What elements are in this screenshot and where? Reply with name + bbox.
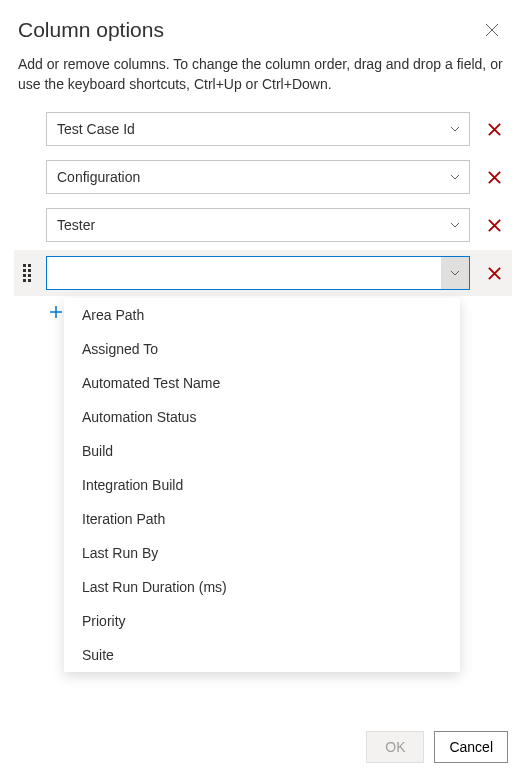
column-row: Tester	[18, 208, 508, 242]
dropdown-toggle[interactable]	[441, 209, 469, 241]
remove-column-button[interactable]	[480, 115, 508, 143]
column-select[interactable]: Tester	[46, 208, 470, 242]
dropdown-option[interactable]: Area Path	[64, 298, 460, 332]
dropdown-option[interactable]: Suite	[64, 638, 460, 672]
close-icon	[484, 22, 500, 38]
dropdown-option[interactable]: Assigned To	[64, 332, 460, 366]
remove-icon	[487, 122, 502, 137]
column-row: Configuration	[18, 160, 508, 194]
dialog-title: Column options	[18, 18, 164, 42]
column-value: Configuration	[57, 169, 441, 185]
remove-column-button[interactable]	[480, 163, 508, 191]
column-row-active	[14, 250, 512, 296]
dropdown-option[interactable]: Automated Test Name	[64, 366, 460, 400]
remove-icon	[487, 266, 502, 281]
dialog-footer: OK Cancel	[18, 715, 508, 779]
cancel-button[interactable]: Cancel	[434, 731, 508, 763]
column-search-input[interactable]	[57, 265, 441, 281]
dropdown-option[interactable]: Last Run By	[64, 536, 460, 570]
column-row: Test Case Id	[18, 112, 508, 146]
remove-column-button[interactable]	[480, 259, 508, 287]
dropdown-option[interactable]: Integration Build	[64, 468, 460, 502]
drag-handle[interactable]	[18, 264, 36, 282]
column-select[interactable]: Test Case Id	[46, 112, 470, 146]
close-button[interactable]	[476, 14, 508, 46]
dropdown-toggle[interactable]	[441, 161, 469, 193]
dropdown-option[interactable]: Last Run Duration (ms)	[64, 570, 460, 604]
dropdown-option[interactable]: Iteration Path	[64, 502, 460, 536]
column-dropdown-list[interactable]: Area Path Assigned To Automated Test Nam…	[64, 298, 460, 672]
dropdown-toggle[interactable]	[441, 113, 469, 145]
grip-icon	[23, 264, 31, 282]
column-value: Test Case Id	[57, 121, 441, 137]
chevron-down-icon	[449, 171, 461, 183]
remove-column-button[interactable]	[480, 211, 508, 239]
dropdown-option[interactable]: Build	[64, 434, 460, 468]
plus-icon	[48, 304, 64, 320]
chevron-down-icon	[449, 219, 461, 231]
chevron-down-icon	[449, 267, 461, 279]
column-select[interactable]: Configuration	[46, 160, 470, 194]
columns-list: Test Case Id Configuration Tes	[18, 112, 508, 290]
dropdown-option[interactable]: Automation Status	[64, 400, 460, 434]
remove-icon	[487, 218, 502, 233]
dropdown-toggle[interactable]	[441, 257, 469, 289]
chevron-down-icon	[449, 123, 461, 135]
dropdown-option[interactable]: Priority	[64, 604, 460, 638]
dialog-description: Add or remove columns. To change the col…	[18, 54, 508, 94]
column-value: Tester	[57, 217, 441, 233]
ok-button[interactable]: OK	[366, 731, 424, 763]
column-select-active[interactable]	[46, 256, 470, 290]
remove-icon	[487, 170, 502, 185]
dialog-header: Column options	[18, 14, 508, 46]
